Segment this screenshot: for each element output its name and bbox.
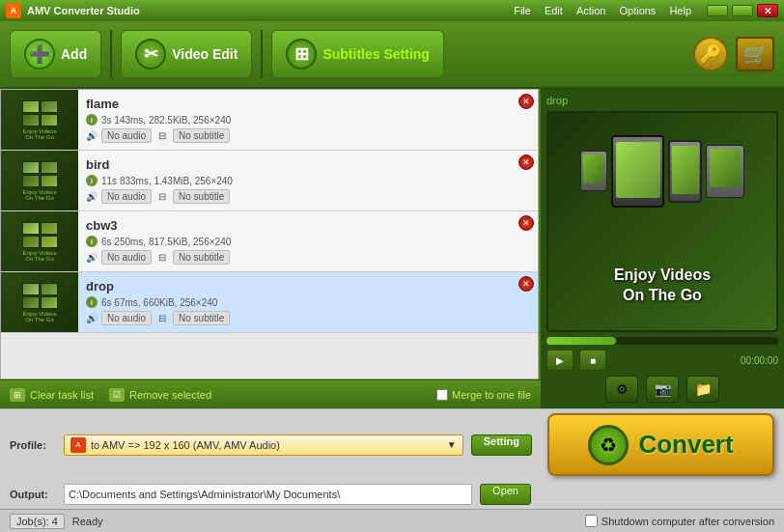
seek-bar[interactable]: [546, 337, 778, 345]
subtitles-icon: ⊞: [286, 39, 317, 70]
merge-label: Merge to one file: [452, 389, 531, 401]
app-icon: A: [6, 3, 21, 18]
preview-devices: [575, 123, 749, 219]
video-edit-icon: ✂: [135, 39, 166, 70]
titlebar: A AMV Converter Studio File Edit Action …: [0, 0, 784, 21]
file-info-flame: flame i 3s 143ms, 282.5KiB, 256×240 🔊 No…: [78, 90, 538, 150]
file-meta-flame: i 3s 143ms, 282.5KiB, 256×240: [86, 114, 530, 126]
left-panel: Enjoy VideosOn The Go flame i 3s 143ms, …: [0, 89, 541, 408]
dropdown-arrow-icon: ▼: [447, 439, 457, 450]
preview-action-buttons: ⚙ 📷 📁: [546, 376, 778, 403]
close-file-cbw3[interactable]: ✕: [518, 215, 534, 231]
file-info-bird: bird i 11s 833ms, 1.43MiB, 256×240 🔊 No …: [78, 151, 538, 210]
audio-icon2: 🔊: [86, 191, 98, 203]
preview-file-label: drop: [546, 95, 778, 106]
file-item-bird: Enjoy VideosOn The Go bird i 11s 833ms, …: [1, 151, 538, 211]
video-edit-button[interactable]: ✂ Video Edit: [121, 30, 252, 78]
open-output-button[interactable]: Open: [480, 484, 531, 505]
profile-setting-button[interactable]: Setting: [471, 434, 532, 456]
add-button[interactable]: ➕ Add: [10, 30, 101, 78]
file-name-bird: bird: [86, 157, 530, 172]
audio-icon: 🔊: [86, 130, 98, 142]
close-button[interactable]: ✕: [757, 4, 778, 17]
toolbar-right: 🔑 🛒: [693, 37, 774, 71]
file-audio-drop: 🔊 No audio ⊟ No subtitle: [86, 311, 530, 325]
stop-button[interactable]: ■: [579, 350, 606, 371]
file-thumb-drop: Enjoy VideosOn The Go: [1, 272, 78, 332]
key-icon-button[interactable]: 🔑: [693, 37, 728, 71]
file-thumb-bird: Enjoy VideosOn The Go: [1, 151, 78, 210]
no-subtitle-badge4: No subtitle: [173, 311, 230, 325]
info-icon3: i: [86, 236, 98, 247]
profile-value: to AMV => 192 x 160 (AMV, AMV Audio): [91, 439, 280, 451]
file-audio-cbw3: 🔊 No audio ⊟ No subtitle: [86, 250, 530, 265]
menu-action[interactable]: Action: [576, 5, 606, 16]
menu-file[interactable]: File: [514, 5, 531, 16]
preview-enjoy-text: Enjoy Videos On The Go: [614, 266, 711, 306]
remove-label: Remove selected: [129, 389, 211, 401]
settings-row: Profile: A to AMV => 192 x 160 (AMV, AMV…: [0, 408, 784, 509]
minimize-button[interactable]: [707, 5, 728, 16]
device-phone-screen: [672, 146, 699, 194]
jobs-count: Job(s): 4: [10, 514, 65, 529]
play-button[interactable]: ▶: [546, 350, 574, 371]
clear-tasklist-button[interactable]: ⊞ Clear task list: [10, 388, 94, 402]
device-small-screen: [583, 154, 604, 183]
shutdown-label: Shutdown computer after conversion: [602, 516, 774, 527]
no-audio-badge2: No audio: [101, 189, 152, 204]
merge-checkbox[interactable]: [436, 389, 448, 401]
status-bar: Job(s): 4 Ready Shutdown computer after …: [0, 509, 784, 532]
device-speaker-face: [710, 149, 741, 187]
merge-option: Merge to one file: [436, 389, 531, 401]
no-audio-badge4: No audio: [101, 311, 152, 325]
convert-label: Convert: [638, 430, 733, 460]
audio-icon4: 🔊: [86, 313, 98, 324]
playback-controls: ▶ ■ 00:00:00: [546, 350, 778, 371]
info-icon: i: [86, 114, 98, 126]
file-audio-bird: 🔊 No audio ⊟ No subtitle: [86, 189, 530, 204]
preview-screen: Enjoy Videos On The Go: [546, 111, 778, 332]
profile-format-icon: A: [70, 437, 86, 453]
cart-icon-button[interactable]: 🛒: [736, 37, 774, 71]
remove-icon: ☑: [109, 388, 125, 402]
profile-line: Profile: A to AMV => 192 x 160 (AMV, AMV…: [0, 409, 784, 480]
settings-preview-button[interactable]: ⚙: [605, 376, 638, 403]
device-tablet-screen: [616, 142, 660, 198]
folder-button[interactable]: 📁: [686, 376, 719, 403]
file-list[interactable]: Enjoy VideosOn The Go flame i 3s 143ms, …: [0, 89, 539, 379]
close-file-drop[interactable]: ✕: [518, 276, 534, 292]
close-file-bird[interactable]: ✕: [518, 154, 534, 170]
file-audio-flame: 🔊 No audio ⊟ No subtitle: [86, 128, 530, 143]
file-name-flame: flame: [86, 97, 530, 111]
screenshot-button[interactable]: 📷: [646, 376, 679, 403]
info-icon4: i: [86, 296, 98, 308]
close-file-flame[interactable]: ✕: [518, 94, 534, 109]
device-small: [580, 151, 607, 191]
remove-selected-button[interactable]: ☑ Remove selected: [109, 388, 211, 402]
file-item-drop: Enjoy VideosOn The Go drop i 6s 67ms, 66…: [1, 272, 538, 333]
bottom-action-bar: ⊞ Clear task list ☑ Remove selected Merg…: [0, 379, 541, 408]
profile-dropdown[interactable]: A to AMV => 192 x 160 (AMV, AMV Audio) ▼: [64, 434, 463, 456]
file-item-flame: Enjoy VideosOn The Go flame i 3s 143ms, …: [1, 90, 538, 151]
shutdown-option: Shutdown computer after conversion: [585, 515, 774, 527]
menu-help[interactable]: Help: [669, 5, 691, 16]
menu-edit[interactable]: Edit: [545, 5, 563, 16]
shutdown-checkbox[interactable]: [585, 515, 598, 527]
add-icon: ➕: [24, 39, 55, 70]
subtitles-label: Subtitles Setting: [322, 46, 429, 62]
no-audio-badge: No audio: [101, 128, 152, 143]
no-subtitle-badge: No subtitle: [173, 128, 230, 143]
file-meta-bird: i 11s 833ms, 1.43MiB, 256×240: [86, 175, 530, 186]
convert-icon: ♻: [588, 425, 629, 465]
file-name-drop: drop: [86, 279, 530, 294]
file-info-drop: drop i 6s 67ms, 660KiB, 256×240 🔊 No aud…: [78, 272, 538, 332]
maximize-button[interactable]: [732, 5, 753, 16]
separator: [110, 30, 112, 78]
playback-time: 00:00:00: [741, 355, 778, 366]
separator2: [261, 30, 263, 78]
profile-label: Profile:: [10, 439, 56, 451]
convert-button[interactable]: ♻ Convert: [547, 413, 774, 476]
add-label: Add: [61, 46, 87, 62]
subtitles-button[interactable]: ⊞ Subtitles Setting: [271, 30, 443, 78]
menu-options[interactable]: Options: [619, 5, 656, 16]
